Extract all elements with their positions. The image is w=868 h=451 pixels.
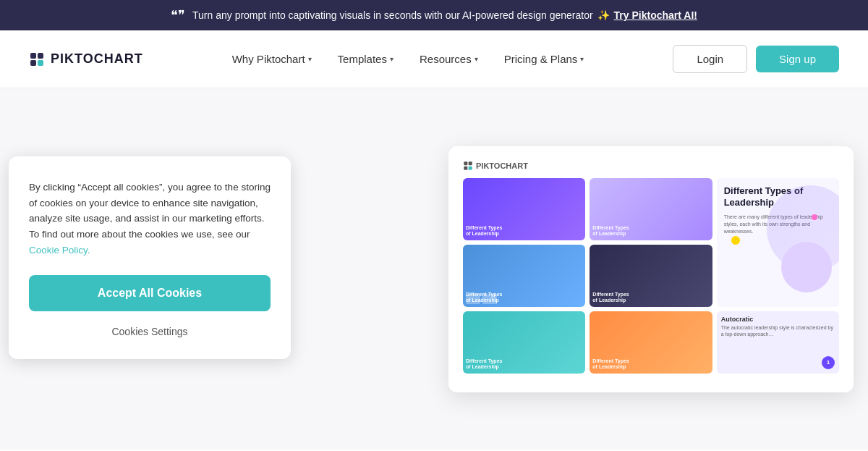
mockup-card-3: Different Typesof Leadership bbox=[463, 245, 585, 307]
card-label-1: Different Typesof Leadership bbox=[466, 225, 502, 237]
card-label-3: Different Typesof Leadership bbox=[466, 292, 502, 304]
mockup-card-big: Different Types of Leadership There are … bbox=[717, 178, 839, 307]
svg-rect-3 bbox=[38, 60, 43, 66]
cookie-body-text: By clicking “Accept all cookies”, you ag… bbox=[29, 180, 271, 258]
accent-dot-pink bbox=[812, 214, 817, 220]
card-label-6: Different Typesof Leadership bbox=[592, 358, 629, 371]
cookie-policy-link[interactable]: Cookie Policy. bbox=[29, 245, 90, 256]
main-nav: Why Piktochart ▾ Templates ▾ Resources ▾… bbox=[222, 47, 595, 71]
signup-button[interactable]: Sign up bbox=[756, 46, 839, 72]
banner-cta-link[interactable]: Try Piktochart AI! bbox=[614, 9, 697, 21]
nav-templates[interactable]: Templates ▾ bbox=[328, 47, 404, 71]
login-button[interactable]: Login bbox=[673, 45, 747, 73]
cookies-settings-button[interactable]: Cookies Settings bbox=[29, 321, 271, 342]
chevron-down-icon: ▾ bbox=[475, 55, 478, 63]
mockup-logo-icon bbox=[463, 161, 473, 171]
nav-templates-label: Templates bbox=[338, 53, 387, 65]
chevron-down-icon: ▾ bbox=[390, 55, 393, 63]
autocratic-text: The autocratic leadership style is chara… bbox=[721, 324, 835, 337]
card-label-5: Different Typesof Leadership bbox=[466, 358, 502, 371]
svg-rect-2 bbox=[30, 60, 36, 66]
mockup-card-6: Different Typesof Leadership bbox=[590, 311, 712, 374]
mockup-card-5: Different Typesof Leadership bbox=[463, 311, 585, 374]
header: PIKTOCHART Why Piktochart ▾ Templates ▾ … bbox=[0, 30, 868, 88]
mockup-container: PIKTOCHART Different Typesof Leadership … bbox=[448, 146, 854, 392]
svg-rect-1 bbox=[38, 53, 43, 59]
mockup-logo-text: PIKTOCHART bbox=[476, 161, 528, 170]
sparkle-icon: ✨ bbox=[597, 9, 610, 21]
banner-text: Turn any prompt into captivating visuals… bbox=[192, 9, 593, 21]
big-circle2-decoration bbox=[781, 242, 832, 292]
svg-rect-7 bbox=[469, 166, 472, 169]
mockup-card-autocratic: Autocratic The autocratic leadership sty… bbox=[717, 311, 839, 374]
cookie-consent-dialog: By clicking “Accept all cookies”, you ag… bbox=[9, 156, 291, 359]
mockup-logo: PIKTOCHART bbox=[463, 161, 839, 171]
chevron-down-icon: ▾ bbox=[308, 55, 312, 63]
svg-rect-5 bbox=[469, 161, 472, 165]
accept-cookies-button[interactable]: Accept All Cookies bbox=[29, 275, 271, 311]
nav-resources[interactable]: Resources ▾ bbox=[409, 47, 488, 71]
hero-image-section: PIKTOCHART Different Typesof Leadership … bbox=[434, 88, 868, 450]
nav-resources-label: Resources bbox=[420, 53, 472, 65]
mockup-grid: Different Typesof Leadership Different T… bbox=[463, 178, 839, 374]
banner-quote-icon: ❝❞ bbox=[171, 7, 185, 23]
accent-dot-yellow bbox=[731, 236, 740, 245]
chevron-down-icon: ▾ bbox=[580, 55, 584, 63]
svg-rect-6 bbox=[464, 166, 467, 169]
logo[interactable]: PIKTOCHART bbox=[29, 51, 143, 67]
mockup-card-2: Different Typesof Leadership bbox=[590, 178, 712, 240]
nav-why-piktochart[interactable]: Why Piktochart ▾ bbox=[222, 47, 322, 71]
mockup-card-4: Different Typesof Leadership bbox=[590, 245, 712, 307]
card-label-2: Different Typesof Leadership bbox=[592, 225, 629, 237]
nav-pricing[interactable]: Pricing & Plans ▾ bbox=[494, 47, 595, 71]
nav-why-label: Why Piktochart bbox=[232, 53, 305, 65]
main-content: …ting visuals …e. With …g PIKTOCHART Dif… bbox=[0, 88, 868, 450]
top-banner: ❝❞ Turn any prompt into captivating visu… bbox=[0, 0, 868, 30]
logo-text: PIKTOCHART bbox=[51, 51, 143, 67]
mockup-card-1: Different Typesof Leadership bbox=[463, 178, 585, 240]
svg-rect-0 bbox=[30, 53, 36, 59]
autocratic-label: Autocratic bbox=[721, 316, 835, 323]
card-label-4: Different Typesof Leadership bbox=[592, 292, 629, 304]
header-actions: Login Sign up bbox=[673, 45, 839, 73]
nav-pricing-label: Pricing & Plans bbox=[504, 53, 578, 65]
logo-icon bbox=[29, 51, 45, 67]
autocratic-number: 1 bbox=[822, 356, 835, 369]
svg-rect-4 bbox=[464, 161, 467, 165]
